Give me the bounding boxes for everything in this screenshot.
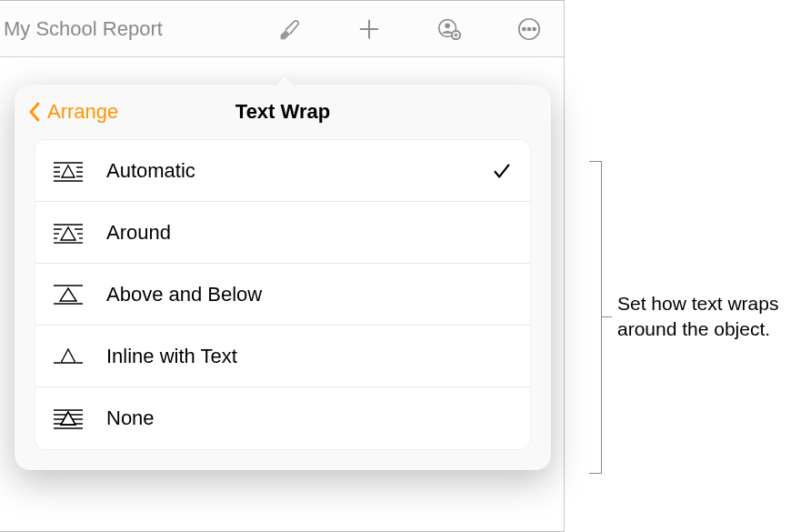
wrap-above-below-icon bbox=[52, 281, 88, 308]
wrap-around-icon bbox=[52, 219, 88, 246]
checkmark-icon bbox=[492, 161, 512, 181]
toolbar-actions bbox=[275, 15, 555, 44]
wrap-none-icon bbox=[52, 405, 88, 432]
svg-marker-41 bbox=[61, 412, 75, 425]
wrap-option-automatic[interactable]: Automatic bbox=[35, 140, 530, 202]
option-label: Around bbox=[106, 221, 512, 245]
svg-marker-32 bbox=[60, 288, 76, 301]
annotation-text: Set how text wraps around the object. bbox=[617, 291, 781, 343]
wrap-option-around[interactable]: Around bbox=[35, 202, 530, 264]
svg-marker-29 bbox=[61, 227, 75, 240]
chevron-left-icon bbox=[27, 101, 42, 123]
svg-point-3 bbox=[445, 23, 450, 28]
svg-point-11 bbox=[533, 27, 536, 30]
svg-marker-20 bbox=[62, 166, 75, 177]
popover-title: Text Wrap bbox=[235, 100, 330, 124]
back-label: Arrange bbox=[47, 100, 118, 124]
svg-point-10 bbox=[528, 27, 531, 30]
more-icon[interactable] bbox=[515, 15, 544, 44]
insert-plus-icon[interactable] bbox=[355, 15, 384, 44]
back-button[interactable]: Arrange bbox=[27, 100, 118, 124]
option-label: Inline with Text bbox=[106, 345, 512, 368]
document-title[interactable]: My School Report bbox=[0, 17, 163, 41]
svg-point-9 bbox=[523, 27, 526, 30]
annotation-bracket bbox=[589, 161, 602, 474]
option-label: Automatic bbox=[106, 159, 492, 183]
svg-marker-35 bbox=[61, 349, 75, 363]
wrap-option-inline[interactable]: Inline with Text bbox=[35, 326, 530, 387]
option-label: Above and Below bbox=[106, 283, 512, 306]
format-brush-icon[interactable] bbox=[275, 15, 304, 44]
annotation-tick bbox=[601, 316, 612, 317]
collaborate-icon[interactable] bbox=[435, 15, 464, 44]
option-label: None bbox=[106, 407, 512, 430]
wrap-automatic-icon bbox=[52, 157, 88, 185]
text-wrap-popover: Arrange Text Wrap Automatic bbox=[15, 85, 551, 470]
toolbar: My School Report bbox=[0, 1, 564, 57]
wrap-option-none[interactable]: None bbox=[35, 387, 530, 449]
wrap-option-above-below[interactable]: Above and Below bbox=[35, 264, 530, 326]
wrap-inline-icon bbox=[52, 343, 88, 370]
wrap-options-list: Automatic Around bbox=[35, 139, 531, 450]
popover-header: Arrange Text Wrap bbox=[15, 85, 551, 139]
